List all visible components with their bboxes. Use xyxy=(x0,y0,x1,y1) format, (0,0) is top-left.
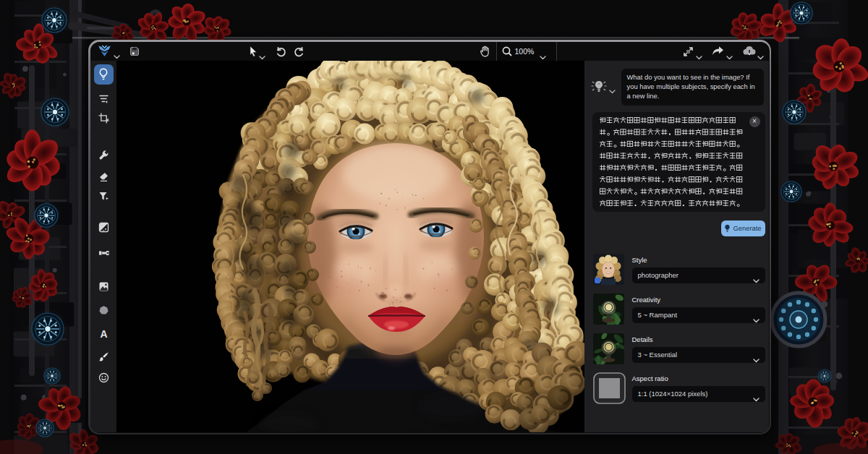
svg-text:A: A xyxy=(100,328,107,339)
